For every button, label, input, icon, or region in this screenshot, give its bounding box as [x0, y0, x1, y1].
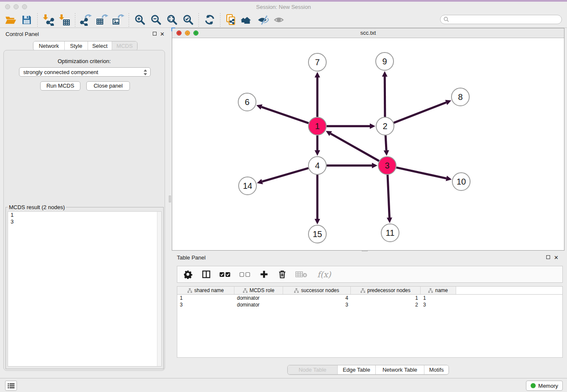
column-header-MCDS-role[interactable]: MCDS role — [234, 287, 283, 294]
import-table-icon[interactable] — [56, 13, 72, 27]
memory-status-icon — [531, 383, 536, 388]
graph-edge-3-11[interactable] — [387, 175, 392, 223]
graph-node-8[interactable]: 8 — [451, 88, 469, 106]
graph-node-3[interactable]: 3 — [378, 157, 396, 174]
add-column-icon[interactable] — [259, 269, 270, 280]
memory-label: Memory — [538, 383, 558, 389]
table-cell: 1 — [177, 295, 234, 301]
mcds-panel-body: Optimization criterion: strongly connect… — [3, 50, 165, 371]
clone-network-icon[interactable] — [223, 13, 239, 27]
split-panel-icon[interactable] — [201, 269, 212, 280]
tab-network-table[interactable]: Network Table — [375, 365, 424, 374]
tab-mcds[interactable]: MCDS — [112, 41, 137, 50]
settings-icon[interactable] — [182, 269, 193, 280]
table-row[interactable]: 1dominator411 — [177, 295, 562, 301]
mcds-result-title: MCDS result (2 nodes) — [8, 204, 66, 210]
zoom-selected-icon[interactable] — [180, 13, 196, 27]
select-all-columns-icon[interactable] — [219, 269, 231, 280]
mcds-result-line: 3 — [8, 218, 161, 225]
open-session-icon[interactable] — [3, 13, 19, 27]
network-canvas[interactable]: 1234678910111415 — [172, 38, 564, 251]
float-panel-icon[interactable] — [153, 32, 157, 36]
node-table: shared nameMCDS rolesuccessor nodesprede… — [177, 286, 563, 358]
export-network-icon[interactable] — [78, 13, 94, 27]
deselect-all-columns-icon[interactable] — [239, 269, 251, 280]
table-row[interactable]: 3dominator323 — [177, 301, 562, 308]
task-history-button[interactable] — [5, 381, 17, 391]
graph-node-6[interactable]: 6 — [238, 93, 256, 111]
toolbar-separator — [198, 13, 199, 27]
scrollbar-track[interactable] — [157, 212, 161, 366]
graph-node-1[interactable]: 1 — [308, 117, 326, 135]
graph-edge-2-9[interactable] — [382, 71, 388, 117]
graph-edge-4-14[interactable] — [257, 168, 308, 184]
graph-edge-1-2[interactable] — [327, 124, 375, 129]
graph-node-4[interactable]: 4 — [308, 157, 326, 174]
import-network-icon[interactable] — [40, 13, 56, 27]
node-label: 4 — [315, 161, 319, 170]
float-panel-icon[interactable] — [546, 255, 550, 259]
function-builder-icon[interactable]: f(x) — [315, 269, 333, 280]
node-label: 10 — [457, 177, 466, 186]
close-panel-icon[interactable]: ✕ — [554, 255, 559, 260]
graph-node-15[interactable]: 15 — [308, 225, 326, 243]
close-panel-icon[interactable]: ✕ — [160, 31, 165, 37]
toolbar-separator — [129, 13, 129, 27]
column-header-predecessor-nodes[interactable]: predecessor nodes — [351, 287, 421, 294]
graph-node-9[interactable]: 9 — [376, 52, 394, 70]
column-header-shared-name[interactable]: shared name — [177, 287, 234, 294]
tab-select[interactable]: Select — [88, 41, 112, 50]
select-stepper-icon — [143, 69, 148, 76]
show-graphics-details-icon[interactable] — [271, 13, 287, 27]
mcds-result-list[interactable]: 1 3 — [8, 211, 162, 367]
criterion-select[interactable]: strongly connected component — [19, 67, 151, 77]
table-body: 1dominator4113dominator323 — [177, 295, 562, 308]
memory-button[interactable]: Memory — [526, 381, 563, 391]
graph-edge-3-1[interactable] — [326, 131, 379, 161]
home-view-icon[interactable] — [239, 13, 255, 27]
main-toolbar — [0, 12, 567, 28]
tab-network[interactable]: Network — [33, 41, 64, 50]
zoom-out-icon[interactable] — [148, 13, 164, 27]
node-label: 2 — [383, 121, 387, 131]
tab-style[interactable]: Style — [64, 41, 88, 50]
tab-node-table[interactable]: Node Table — [288, 365, 337, 374]
node-label: 15 — [313, 229, 322, 239]
export-image-icon[interactable] — [110, 13, 126, 27]
column-header-name[interactable]: name — [421, 287, 456, 294]
close-panel-button[interactable]: Close panel — [86, 81, 130, 91]
graph-edge-1-4[interactable] — [315, 135, 320, 156]
graph-node-10[interactable]: 10 — [452, 173, 470, 190]
column-header-successor-nodes[interactable]: successor nodes — [283, 287, 351, 294]
export-table-icon[interactable] — [94, 13, 110, 27]
table-cell: 2 — [351, 301, 421, 308]
run-mcds-button[interactable]: Run MCDS — [40, 81, 80, 91]
graph-edge-1-7[interactable] — [315, 72, 320, 117]
graph-edge-4-3[interactable] — [327, 163, 377, 168]
refresh-layout-icon[interactable] — [201, 13, 217, 27]
graph-node-11[interactable]: 11 — [381, 224, 399, 242]
graph-node-14[interactable]: 14 — [239, 177, 256, 195]
delete-table-icon[interactable] — [295, 269, 308, 280]
graph-edge-2-3[interactable] — [384, 135, 389, 156]
tab-edge-table[interactable]: Edge Table — [337, 365, 375, 374]
table-cell: dominator — [234, 295, 283, 301]
vertical-splitter-handle[interactable] — [169, 196, 171, 202]
graph-node-2[interactable]: 2 — [376, 117, 394, 135]
control-panel-tabs: Network Style Select MCDS — [33, 41, 138, 51]
network-window: × − + scc.txt 1234678910111415 — [172, 28, 564, 251]
hide-graphics-details-icon[interactable] — [255, 13, 271, 27]
zoom-in-icon[interactable] — [132, 13, 148, 27]
graph-edge-3-10[interactable] — [396, 168, 451, 181]
graph-edge-2-8[interactable] — [394, 100, 451, 123]
tab-motifs[interactable]: Motifs — [424, 365, 449, 374]
graph-node-7[interactable]: 7 — [308, 53, 326, 71]
search-input[interactable] — [440, 15, 562, 24]
delete-columns-icon[interactable] — [277, 269, 288, 280]
graph-edge-4-15[interactable] — [315, 175, 320, 224]
graph-edge-1-6[interactable] — [256, 105, 308, 123]
zoom-fit-content-icon[interactable] — [164, 13, 180, 27]
save-session-icon[interactable] — [19, 13, 35, 27]
table-cell: 3 — [283, 301, 351, 308]
node-label: 1 — [315, 121, 319, 131]
